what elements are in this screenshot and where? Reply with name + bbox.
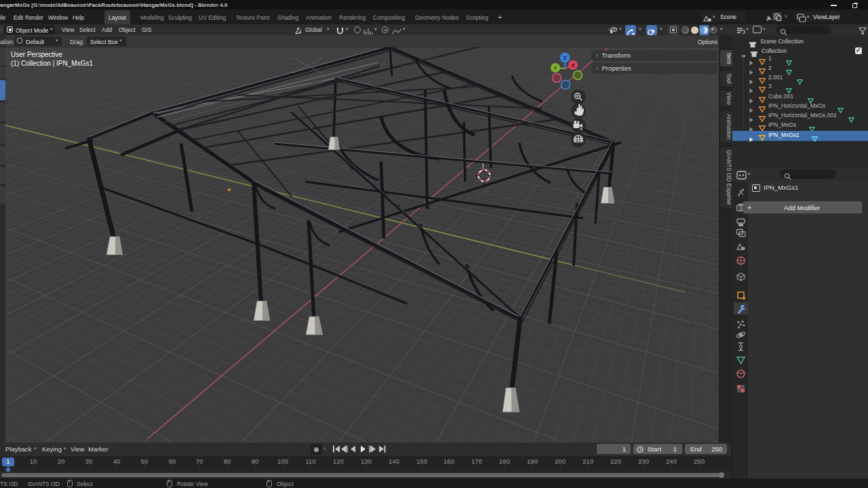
svg-text:Z: Z	[564, 55, 567, 61]
svg-text:Y: Y	[553, 65, 557, 71]
svg-text:X: X	[571, 62, 575, 68]
